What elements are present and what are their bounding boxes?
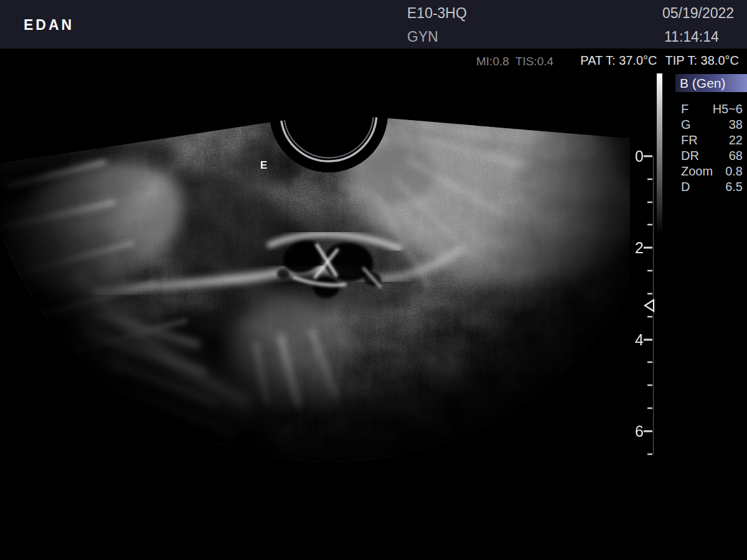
acoustic-output-readout: MI:0.8 TIS:0.4 xyxy=(476,55,553,68)
param-label: FR xyxy=(681,133,698,148)
temperature-readout: PAT T: 37.0°C TIP T: 38.0°C xyxy=(580,54,739,68)
param-value: 22 xyxy=(729,133,743,148)
mode-badge: B (Gen) xyxy=(675,74,747,92)
param-dynamic-range: DR 68 xyxy=(681,148,743,164)
system-date: 05/19/2022 xyxy=(662,5,734,22)
param-frame-rate: FR 22 xyxy=(681,133,743,148)
depth-label-2: 2 xyxy=(635,239,644,256)
param-zoom: Zoom 0.8 xyxy=(681,164,743,179)
param-value: 68 xyxy=(729,148,743,164)
param-value: 6.5 xyxy=(725,179,743,195)
depth-label-0: 0 xyxy=(635,147,644,165)
edan-logo: EDAN xyxy=(24,17,74,34)
param-label: DR xyxy=(681,148,699,164)
depth-label-4: 4 xyxy=(635,331,644,348)
ultrasound-image xyxy=(0,68,630,492)
patient-temp: PAT T: 37.0°C xyxy=(580,54,657,68)
minor-ticks xyxy=(647,179,652,454)
exam-preset: GYN xyxy=(407,29,438,45)
depth-ruler: 0 2 4 6 xyxy=(631,68,660,479)
param-label: G xyxy=(681,117,691,133)
param-value: 38 xyxy=(729,117,743,133)
param-value: 0.8 xyxy=(725,164,743,179)
param-frequency: F H5~6 xyxy=(681,101,743,117)
ultrasound-screen: EDAN E10-3HQ GYN 05/19/2022 11:14:14 MI:… xyxy=(0,0,747,560)
param-label: F xyxy=(681,101,688,117)
param-label: Zoom xyxy=(681,164,713,179)
parameter-panel: F H5~6 G 38 FR 22 DR 68 Zoom 0.8 D 6.5 xyxy=(681,101,743,195)
image-area: E xyxy=(0,68,630,492)
param-value: H5~6 xyxy=(713,101,743,117)
tis-value: TIS:0.4 xyxy=(515,55,553,68)
focus-marker-icon xyxy=(645,300,654,311)
param-label: D xyxy=(681,179,690,195)
probe-model: E10-3HQ xyxy=(407,5,467,22)
mi-value: MI:0.8 xyxy=(476,55,509,68)
system-time: 11:14:14 xyxy=(664,29,719,45)
param-gain: G 38 xyxy=(681,117,743,133)
orientation-marker: E xyxy=(260,159,267,172)
header-bar: EDAN E10-3HQ GYN 05/19/2022 11:14:14 xyxy=(0,0,747,49)
tip-temp: TIP T: 38.0°C xyxy=(665,54,739,68)
depth-label-6: 6 xyxy=(635,422,644,440)
param-depth: D 6.5 xyxy=(681,179,743,195)
